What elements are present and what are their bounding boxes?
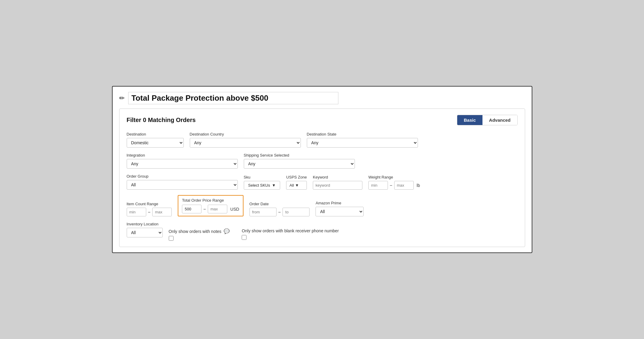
destination-group: Destination Domestic International: [127, 132, 184, 148]
sku-button[interactable]: Select SKUs ▼: [244, 181, 280, 190]
destination-state-select[interactable]: Any: [307, 138, 418, 148]
order-group-group: Order Group All: [127, 174, 238, 190]
order-date-group: Order Date −: [249, 202, 310, 216]
total-order-price-range-box: Total Order Price Range − USD: [178, 195, 243, 216]
destination-label: Destination: [127, 132, 184, 136]
sku-button-label: Select SKUs: [248, 183, 270, 188]
weight-max-input[interactable]: [394, 181, 414, 190]
tab-basic[interactable]: Basic: [457, 115, 482, 125]
sku-group: Sku Select SKUs ▼: [244, 175, 280, 190]
amazon-prime-select[interactable]: All Yes No: [316, 207, 364, 216]
filter-row-5: Inventory Location All Only show orders …: [127, 222, 518, 241]
filter-title: Filter 0 Matching Orders: [127, 117, 196, 124]
weight-min-input[interactable]: [368, 181, 388, 190]
item-count-min-input[interactable]: [127, 208, 146, 216]
order-date-label: Order Date: [249, 202, 310, 206]
total-price-range-inputs: − USD: [182, 205, 239, 213]
usps-zone-button[interactable]: All ▼: [286, 181, 307, 190]
amazon-prime-group: Amazon Prime All Yes No: [316, 201, 364, 216]
blank-phone-checkbox[interactable]: [242, 235, 246, 240]
blank-phone-label-row: Only show orders with blank receiver pho…: [242, 228, 339, 233]
integration-label: Integration: [127, 153, 238, 157]
keyword-input[interactable]: [313, 181, 362, 190]
order-group-select[interactable]: All: [127, 180, 238, 190]
total-price-max-input[interactable]: [208, 205, 227, 213]
keyword-group: Keyword: [313, 175, 362, 190]
title-row: ✏: [119, 92, 525, 104]
usps-zone-group: USPS Zone All ▼: [286, 175, 307, 190]
inventory-location-select[interactable]: All: [127, 228, 163, 237]
filter-row-1: Destination Domestic International Desti…: [127, 132, 518, 148]
usps-zone-chevron-icon: ▼: [295, 183, 299, 188]
blank-phone-checkbox-label: Only show orders with blank receiver pho…: [242, 228, 339, 233]
weight-range-label: Weight Range: [368, 175, 420, 179]
inventory-location-label: Inventory Location: [127, 222, 163, 226]
filter-panel: Filter 0 Matching Orders Basic Advanced …: [119, 108, 525, 247]
order-date-dash: −: [278, 209, 281, 215]
order-group-label: Order Group: [127, 174, 238, 179]
inventory-location-group: Inventory Location All: [127, 222, 163, 237]
total-price-min-input[interactable]: [182, 205, 201, 213]
usps-zone-label: USPS Zone: [286, 175, 307, 179]
total-price-dash: −: [203, 206, 206, 212]
shipping-service-label: Shipping Service Selected: [244, 153, 355, 157]
total-price-unit: USD: [230, 207, 239, 212]
notes-checkbox-row: [169, 236, 174, 241]
filter-header: Filter 0 Matching Orders Basic Advanced: [127, 115, 518, 125]
filter-row-2: Integration Any Shipping Service Selecte…: [127, 153, 518, 169]
filter-row-4: Item Count Range − Total Order Price Ran…: [127, 195, 518, 216]
item-count-max-input[interactable]: [152, 208, 172, 216]
main-container: ✏ Filter 0 Matching Orders Basic Advance…: [112, 86, 532, 253]
page-title-input[interactable]: [128, 92, 338, 104]
item-count-label: Item Count Range: [127, 202, 172, 206]
weight-unit: lb: [417, 183, 420, 188]
shipping-service-group: Shipping Service Selected Any: [244, 153, 355, 169]
order-date-from-input[interactable]: [249, 208, 277, 216]
notes-icon: 💬: [224, 228, 230, 234]
order-date-inputs: −: [249, 208, 310, 216]
keyword-label: Keyword: [313, 175, 362, 179]
weight-range-group: Weight Range − lb: [368, 175, 420, 190]
order-date-to-input[interactable]: [283, 208, 310, 216]
amazon-prime-label: Amazon Prime: [316, 201, 364, 205]
sku-label: Sku: [244, 175, 280, 179]
destination-select[interactable]: Domestic International: [127, 138, 184, 148]
notes-checkbox-label: Only show orders with notes: [169, 229, 222, 234]
weight-range-dash: −: [390, 183, 392, 188]
item-count-dash: −: [148, 209, 151, 215]
destination-country-group: Destination Country Any: [190, 132, 301, 148]
blank-phone-checkbox-group: Only show orders with blank receiver pho…: [242, 228, 339, 240]
filter-row-3: Order Group All Sku Select SKUs ▼ USPS Z…: [127, 174, 518, 190]
weight-range-inputs: − lb: [368, 181, 420, 190]
shipping-service-select[interactable]: Any: [244, 159, 355, 169]
sku-chevron-icon: ▼: [272, 183, 276, 188]
tab-advanced[interactable]: Advanced: [482, 115, 517, 125]
notes-checkbox[interactable]: [169, 236, 174, 241]
tab-group: Basic Advanced: [457, 115, 518, 125]
destination-state-label: Destination State: [307, 132, 418, 136]
item-count-range-inputs: −: [127, 208, 172, 216]
item-count-group: Item Count Range −: [127, 202, 172, 216]
integration-select[interactable]: Any: [127, 159, 238, 169]
notes-checkbox-group: Only show orders with notes 💬: [169, 228, 230, 241]
edit-icon[interactable]: ✏: [119, 94, 125, 102]
total-price-label: Total Order Price Range: [182, 198, 239, 203]
destination-country-label: Destination Country: [190, 132, 301, 136]
blank-phone-checkbox-row: [242, 235, 246, 240]
destination-country-select[interactable]: Any: [190, 138, 301, 148]
usps-zone-button-label: All: [289, 183, 294, 188]
destination-state-group: Destination State Any: [307, 132, 418, 148]
notes-label-row: Only show orders with notes 💬: [169, 228, 230, 234]
integration-group: Integration Any: [127, 153, 238, 169]
